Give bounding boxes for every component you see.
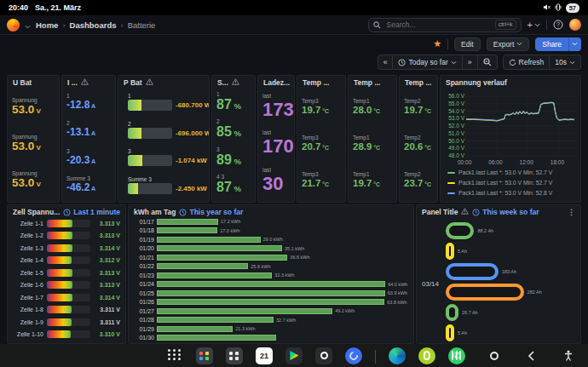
navigation-buttons	[452, 350, 573, 361]
legend-color-dash	[447, 172, 455, 174]
gauge-label: Summe 3	[128, 175, 199, 183]
cell-gauge-fill	[47, 281, 72, 289]
panel-header: Temp ...	[400, 76, 437, 88]
stat: 389 %	[216, 146, 251, 168]
app-drawer-icon[interactable]	[166, 347, 183, 364]
edge-app-icon[interactable]	[389, 347, 406, 364]
cell-gauge-track	[47, 244, 90, 252]
refresh-interval-picker[interactable]: 10s	[550, 54, 581, 70]
legend-item[interactable]: Pack1.last Last *: 53.0 V Min: 52.8 V	[447, 190, 552, 196]
panel-time-link[interactable]: Last 1 minute	[63, 208, 120, 216]
panel-ladezustand: Ladez...last173last170last30	[257, 75, 295, 203]
stat: Temp319.7 °C	[302, 98, 341, 115]
share-menu-caret[interactable]	[568, 37, 581, 51]
favorite-star-icon[interactable]: ★	[433, 38, 441, 49]
ah-bar-row: 5 Ah	[446, 243, 467, 260]
stat-label: Temp3	[302, 135, 341, 141]
kwh-bar-row: 01/2225.6 kWh	[129, 262, 413, 272]
ah-chart-body: 03/1403/1588.2 Ah5 Ah183 Ah282 Ah26.7 Ah…	[417, 219, 580, 343]
edit-button[interactable]: Edit	[454, 37, 481, 51]
gauge-value: -2.450 kW	[176, 185, 207, 192]
time-controls: « Today so far » Refresh 10s	[378, 54, 581, 70]
chevron-down-icon[interactable]	[25, 17, 31, 32]
add-button[interactable]: +	[527, 20, 540, 30]
cell-label: Zelle 1-1	[13, 221, 43, 227]
cell-gauge-track	[47, 330, 90, 338]
back-button[interactable]	[527, 351, 535, 361]
ah-bar-row: 282 Ah	[446, 284, 542, 301]
legend-item[interactable]: Pack1.last Last *: 53.0 V Min: 52.7 V	[447, 180, 552, 186]
panel-i-bat: I ...1-12.8 A2-13.1 A3-20.3 ASumme 3-46.…	[61, 75, 116, 203]
search-box[interactable]: ctrl+k	[368, 18, 522, 32]
cell-gauge-track	[47, 256, 90, 264]
stat: Temp219.7 °C	[404, 98, 433, 115]
cell-value: 3.310 V	[94, 331, 120, 337]
breadcrumb-item[interactable]: Home	[36, 20, 58, 30]
panel-header: P Bat	[118, 76, 209, 88]
voltage-line-chart	[441, 76, 581, 161]
gauge-value: -696.000 W	[176, 129, 210, 137]
panel-title: Panel Title	[422, 208, 458, 216]
kwh-category: 01/25	[132, 290, 154, 296]
panel-temp-3: Temp ...Temp319.7 °CTemp320.7 °CTemp321.…	[297, 75, 346, 203]
stat-value: -20.3 A	[66, 155, 111, 166]
refresh-button[interactable]: Refresh	[503, 54, 551, 70]
bixby-app-icon[interactable]	[418, 347, 435, 364]
legend-color-dash	[447, 192, 455, 194]
export-button[interactable]: Export	[487, 37, 530, 51]
help-icon[interactable]: ?	[553, 20, 563, 30]
legend-item[interactable]: Pack1.last Last *: 53.0 V Min: 52.7 V	[447, 169, 552, 175]
home-button[interactable]	[490, 352, 499, 360]
calendar-app-icon[interactable]: 21	[256, 347, 273, 364]
status-date: Sa., 21. März	[35, 3, 81, 12]
stat: Temp320.7 °C	[302, 135, 341, 152]
gauge-value: -680.700 W	[176, 101, 210, 109]
time-forward-button[interactable]: »	[463, 54, 478, 70]
breadcrumb-item[interactable]: Batterie	[128, 20, 156, 30]
recents-button[interactable]	[452, 351, 461, 360]
kwh-bar-row: 01/2749.2 kWh	[129, 307, 413, 316]
panel-time-link[interactable]: This week so far	[472, 208, 539, 216]
kwh-bar-row: 01/2464.0 kWh	[129, 280, 413, 290]
accessibility-person-icon[interactable]	[564, 350, 573, 361]
ah-bar	[446, 243, 454, 260]
panel-title: I ...	[67, 78, 78, 87]
panel-menu-icon[interactable]: ⋮	[568, 208, 575, 216]
breadcrumb-item[interactable]: Dashboards	[70, 20, 117, 30]
gauge-label: 2	[128, 120, 199, 128]
time-back-button[interactable]: «	[378, 54, 394, 70]
cell-value: 3.313 V	[94, 282, 120, 288]
cell-gauge-fill	[47, 294, 72, 301]
ah-bar	[446, 304, 458, 321]
kwh-value: 17.0 kWh	[220, 228, 239, 233]
folder-apps-white-icon[interactable]	[226, 347, 243, 364]
cell-gauge-fill	[47, 318, 72, 326]
stat: last170	[262, 129, 290, 156]
time-range-picker[interactable]: Today so far	[393, 54, 462, 70]
kwh-bar-row: 01/2921.3 kWh	[129, 324, 413, 334]
cell-voltage-row: Zelle 1-83.311 V	[8, 304, 125, 317]
cell-label: Zelle 1-10	[13, 331, 43, 337]
avatar[interactable]	[569, 19, 581, 31]
kwh-bar-row: 01/2136.6 kWh	[129, 253, 413, 262]
share-button[interactable]: Share	[535, 37, 568, 51]
play-store-app-icon[interactable]	[285, 347, 303, 364]
panel-time-link[interactable]: This year so far	[179, 208, 243, 216]
folder-apps-colored-icon[interactable]	[196, 347, 213, 364]
cell-voltage-row: Zelle 1-33.314 V	[8, 242, 125, 255]
stat-value: 53.0 V	[12, 104, 55, 116]
divider	[546, 20, 547, 30]
clock-icon	[179, 209, 187, 216]
stat-unit: %	[232, 129, 241, 138]
screen-recorder-app-icon[interactable]	[315, 347, 332, 364]
cell-voltage-row: Zelle 1-23.313 V	[8, 230, 125, 243]
zoom-out-icon[interactable]	[478, 54, 498, 70]
search-icon	[373, 17, 381, 32]
bar-gauge: 3-1.074 kW	[123, 147, 205, 166]
grafana-logo[interactable]	[7, 19, 20, 32]
search-input[interactable]	[385, 20, 491, 30]
kwh-bar-row: 01/30	[129, 334, 413, 343]
stat-value: 21.7 °C	[302, 178, 341, 188]
gauge-fill	[128, 183, 138, 194]
samsung-internet-app-icon[interactable]	[345, 347, 362, 364]
